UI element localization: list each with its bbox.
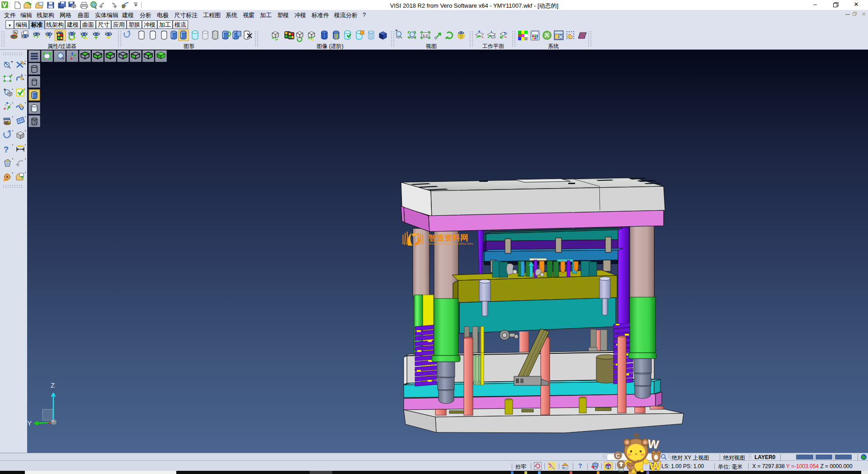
svg-text:W: W [647,437,660,451]
svg-text:1:1: 1:1 [423,33,428,38]
svg-text:W: W [649,459,662,474]
svg-text:INTELLIGENT MANUFACTURING DATA: INTELLIGENT MANUFACTURING DATA [429,242,473,245]
svg-text:C: C [616,452,620,459]
svg-text:?: ? [4,145,9,154]
svg-text:智造资料网: 智造资料网 [428,233,468,242]
